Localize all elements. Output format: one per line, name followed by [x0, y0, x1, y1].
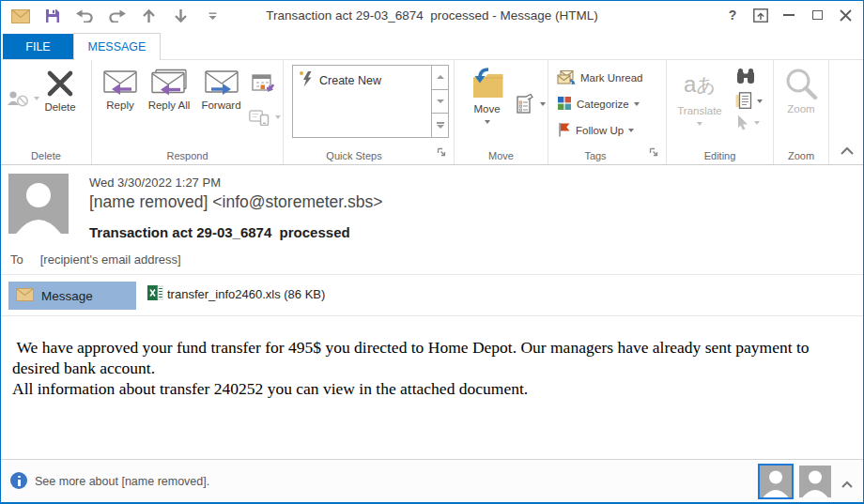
- create-new-quick-step[interactable]: Create New: [293, 66, 448, 95]
- maximize-icon[interactable]: [803, 2, 831, 28]
- delete-button[interactable]: Delete: [33, 66, 87, 114]
- mark-unread-icon: [557, 69, 576, 86]
- translate-icon: aあ: [684, 64, 716, 105]
- forward-icon: [203, 66, 240, 99]
- ribbon: Delete Delete Reply Reply All: [1, 60, 863, 165]
- gallery-scroll-down[interactable]: [432, 90, 448, 115]
- im-icon[interactable]: [249, 109, 281, 126]
- forward-button[interactable]: Forward: [195, 66, 247, 112]
- follow-up-button[interactable]: Follow Up: [557, 122, 634, 139]
- gallery-more-button[interactable]: [432, 114, 448, 137]
- group-label-quick-steps: Quick Steps: [284, 150, 424, 161]
- group-label-delete: Delete: [1, 150, 91, 161]
- gallery-scroll-up[interactable]: [432, 66, 448, 90]
- categorize-button[interactable]: Categorize: [557, 96, 640, 113]
- outlook-message-window: Transaction act 29-03_6874 processed - M…: [0, 0, 864, 504]
- translate-dropdown-caret: [697, 122, 702, 126]
- group-label-move: Move: [455, 150, 548, 161]
- related-icon[interactable]: [735, 92, 763, 110]
- to-value[interactable]: [recipient's email address]: [40, 252, 181, 267]
- group-label-editing: Editing: [667, 150, 773, 161]
- ribbon-group-editing: aあ Translate Editing: [667, 60, 774, 164]
- zoom-button: Zoom: [778, 66, 825, 115]
- attachment-item[interactable]: transfer_info2460.xls (86 KB): [147, 285, 325, 303]
- ribbon-group-tags: Mark Unread Categorize Follow Up: [548, 60, 667, 164]
- ribbon-group-move: Move Move: [455, 60, 548, 164]
- follow-up-flag-icon: [557, 122, 571, 139]
- window-controls: ?: [718, 1, 859, 29]
- header-divider: [1, 274, 863, 275]
- delete-x-icon: [46, 66, 74, 101]
- body-paragraph: All information about transfer 240252 yo…: [12, 378, 850, 399]
- ribbon-display-options-icon[interactable]: [747, 2, 775, 28]
- reply-all-icon: [149, 66, 189, 99]
- find-icon[interactable]: [736, 68, 755, 88]
- message-subject: Transaction act 29-03_6874 processed: [89, 224, 350, 240]
- sender-avatar[interactable]: [8, 174, 69, 234]
- people-pane-text[interactable]: See more about [name removed].: [35, 475, 209, 488]
- move-button[interactable]: Move: [461, 64, 513, 124]
- body-paragraph: We have approved your fund transfer for …: [12, 337, 850, 378]
- gallery-scrollbar: [431, 66, 448, 137]
- ribbon-tab-row: FILE MESSAGE: [1, 31, 863, 60]
- ribbon-group-delete: Delete Delete: [1, 60, 92, 164]
- info-icon: [10, 472, 27, 489]
- message-view-tab[interactable]: Message: [8, 282, 136, 310]
- message-body: We have approved your fund transfer for …: [12, 337, 850, 399]
- lightning-icon: [299, 70, 314, 90]
- group-label-respond: Respond: [92, 150, 283, 161]
- attachment-filename: transfer_info2460.xls (86 KB): [167, 287, 325, 301]
- meeting-icon[interactable]: [252, 73, 274, 98]
- people-pane: See more about [name removed].: [1, 459, 863, 502]
- move-actions-icon[interactable]: [517, 94, 546, 115]
- message-sender[interactable]: [name removed] <info@storemeter.sbs>: [89, 192, 383, 212]
- group-label-tags: Tags: [548, 150, 642, 161]
- expand-people-pane-icon[interactable]: [841, 476, 854, 493]
- attachment-divider: [1, 315, 863, 316]
- minimize-icon[interactable]: [775, 2, 803, 28]
- tab-message[interactable]: MESSAGE: [73, 33, 161, 60]
- people-avatar[interactable]: [799, 466, 831, 497]
- reading-pane: Wed 3/30/2022 1:27 PM [name removed] <in…: [1, 166, 863, 461]
- select-icon: [736, 115, 760, 130]
- ribbon-group-quick-steps: Create New Quick Steps: [284, 60, 455, 164]
- excel-file-icon: [147, 285, 163, 303]
- to-label: To: [10, 252, 23, 267]
- ribbon-group-respond: Reply Reply All Forward Respond: [92, 60, 284, 164]
- move-dropdown-caret: [485, 120, 490, 124]
- zoom-magnifier-icon: [784, 66, 818, 103]
- move-folder-icon: [470, 64, 505, 103]
- reply-icon: [101, 66, 139, 99]
- people-avatar-selected[interactable]: [760, 466, 792, 497]
- tags-dialog-launcher-icon[interactable]: [649, 144, 658, 160]
- categorize-dropdown-caret: [634, 102, 640, 106]
- attachment-bar: Message transfer_info2460.xls (86 KB): [1, 280, 863, 317]
- follow-up-dropdown-caret: [628, 129, 634, 132]
- reply-button[interactable]: Reply: [98, 66, 143, 112]
- collapse-ribbon-icon[interactable]: [840, 143, 855, 160]
- message-to-row: To [recipient's email address]: [10, 252, 181, 267]
- categorize-icon: [557, 96, 572, 113]
- message-date: Wed 3/30/2022 1:27 PM: [89, 176, 221, 190]
- quick-steps-gallery: Create New: [292, 65, 449, 138]
- title-bar: Transaction act 29-03_6874 processed - M…: [1, 1, 863, 31]
- ribbon-group-zoom: Zoom Zoom: [774, 60, 829, 164]
- quick-steps-dialog-launcher-icon[interactable]: [437, 144, 446, 160]
- message-tab-envelope-icon: [16, 288, 34, 304]
- reply-all-button[interactable]: Reply All: [146, 66, 193, 112]
- translate-button: aあ Translate: [671, 64, 729, 126]
- mark-unread-button[interactable]: Mark Unread: [557, 69, 642, 86]
- tab-file[interactable]: FILE: [3, 34, 73, 59]
- group-label-zoom: Zoom: [774, 150, 828, 161]
- help-icon[interactable]: ?: [718, 2, 747, 28]
- close-icon[interactable]: [831, 2, 859, 28]
